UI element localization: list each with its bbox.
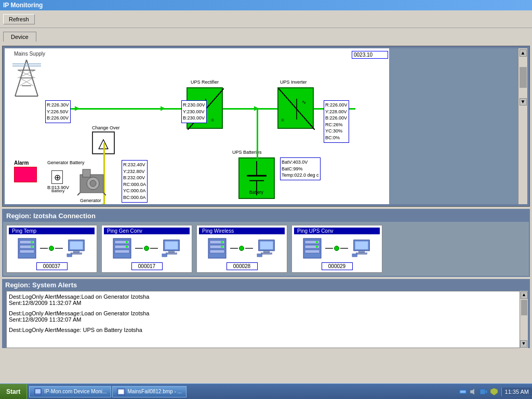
svg-rect-72	[355, 242, 368, 249]
taskbar-btn-2[interactable]: MainsFail0812.bmp - ...	[112, 386, 187, 397]
svg-point-70	[316, 246, 318, 248]
taskbar-buttons: IP-Mon.com Device Moni... MainsFail0812.…	[27, 386, 455, 397]
diagram-panel: Mains Supply ▶	[2, 46, 530, 207]
main-line-2	[96, 108, 189, 110]
region-izotsha-title: Region: Izotsha Connection	[3, 210, 529, 222]
alert-item-1: Dest:LogOnly AlertMessage:Load on Genera…	[9, 310, 523, 323]
device-id-0: 000037	[36, 262, 68, 270]
svg-rect-81	[460, 391, 466, 393]
diagram-inner: Mains Supply ▶	[5, 48, 527, 204]
bat-line-v	[257, 108, 258, 160]
alert-sent-0: Sent:12/8/2009 11:32:07 AM	[9, 300, 523, 306]
svg-rect-27	[83, 169, 90, 177]
speaker-tray-icon	[469, 388, 477, 396]
svg-rect-50	[165, 242, 178, 249]
device-id-1: 000017	[131, 262, 163, 270]
ping-label-3: Ping UPS Conv	[294, 228, 380, 234]
alarm-label: Alarm	[14, 160, 29, 166]
svg-point-59	[221, 246, 223, 248]
green-dot-1	[144, 246, 149, 251]
scrollbar-right[interactable]: ▲ ▼	[518, 48, 527, 204]
svg-marker-84	[485, 390, 487, 394]
refresh-button[interactable]: Refresh	[3, 14, 35, 24]
main-line-3	[223, 108, 280, 110]
region-izotsha: Region: Izotsha Connection Ping Temp	[2, 209, 530, 277]
svg-rect-57	[210, 250, 224, 253]
voltage-out-label: R:226.00V Y:228.00V B:226.00V RC:26% YC:…	[324, 100, 349, 143]
conn-line-2	[230, 246, 253, 251]
taskbar-btn-1[interactable]: IP-Mon.com Device Moni...	[29, 386, 111, 397]
green-dot-0	[49, 246, 54, 251]
region-izotsha-content: Ping Temp	[3, 222, 529, 276]
gen-battery-label: Generator Battery	[47, 160, 85, 165]
svg-rect-35	[20, 250, 34, 253]
svg-rect-79	[118, 390, 124, 394]
ping-box-1: Ping Gen Conv	[101, 225, 192, 273]
alert-dest-1: Dest:LogOnly AlertMessage:Load on Genera…	[9, 310, 523, 316]
alert-item-2: Dest:LogOnly AlertMessage: UPS on Batter…	[9, 327, 523, 333]
alert-dest-0: Dest:LogOnly AlertMessage:Load on Genera…	[9, 294, 523, 300]
ping-box-3: Ping UPS Conv	[291, 225, 382, 273]
video-tray-icon	[480, 388, 488, 396]
svg-rect-42	[66, 254, 72, 257]
ups-battery-box: Battery	[238, 157, 275, 199]
ping-box-0: Ping Temp	[6, 225, 97, 273]
svg-point-47	[126, 241, 128, 243]
input-value[interactable]: 0023.10	[352, 51, 388, 59]
svg-rect-64	[257, 254, 262, 257]
alerts-content[interactable]: Dest:LogOnly AlertMessage:Load on Genera…	[6, 291, 526, 348]
ping-box-2: Ping Wireless	[196, 225, 287, 273]
device-id-2: 000028	[227, 262, 258, 270]
tower-icon	[12, 60, 41, 101]
title-bar: IP Monitoring	[0, 0, 532, 10]
svg-rect-77	[35, 389, 41, 393]
ping-label-0: Ping Temp	[9, 228, 95, 234]
server-icon-0	[17, 237, 37, 259]
alerts-scrollbar[interactable]: ▲ ▼	[520, 291, 528, 348]
monitor-icon-3	[351, 238, 372, 258]
ping-devices-1	[112, 237, 182, 259]
conn-line-1	[135, 246, 158, 251]
svg-marker-82	[470, 389, 474, 395]
toolbar: Refresh	[0, 10, 532, 28]
alerts-scroll-thumb[interactable]	[521, 300, 527, 315]
ping-devices-2	[207, 237, 277, 259]
arrow-gen: ▼	[100, 202, 107, 204]
taskbar-clock: 11:35 AM	[501, 388, 532, 396]
mains-supply-label: Mains Supply	[14, 51, 45, 57]
alerts-scroll-container: Dest:LogOnly AlertMessage:Load on Genera…	[4, 291, 528, 348]
device-id-3: 000029	[322, 262, 353, 270]
svg-point-29	[90, 180, 96, 187]
server-icon-3	[302, 237, 322, 259]
region-alerts: Region: System Alerts Dest:LogOnly Alert…	[2, 279, 530, 348]
gen-battery-symbol: ⊕	[51, 170, 63, 184]
svg-rect-62	[263, 251, 269, 253]
monitor-icon-0	[66, 238, 87, 258]
monitor-icon-1	[161, 238, 182, 258]
tab-device[interactable]: Device	[3, 32, 36, 42]
alert-dest-2: Dest:LogOnly AlertMessage: UPS on Batter…	[9, 327, 523, 333]
svg-marker-85	[490, 388, 498, 395]
svg-text:Battery: Battery	[249, 190, 264, 195]
taskbar-btn2-label: MainsFail0812.bmp - ...	[127, 389, 182, 394]
svg-point-36	[31, 241, 33, 243]
svg-point-69	[316, 241, 318, 243]
battery-b-label: Battery	[51, 189, 64, 193]
server-icon-1	[112, 237, 132, 259]
svg-point-58	[221, 241, 223, 243]
monitor-icon-2	[256, 238, 277, 258]
svg-rect-39	[70, 242, 83, 249]
svg-rect-51	[168, 251, 174, 253]
svg-text:∿: ∿	[302, 99, 306, 105]
alarm-red-box	[14, 167, 37, 182]
scroll-thumb[interactable]	[520, 67, 527, 88]
alerts-header: Region: System Alerts	[2, 279, 530, 291]
tabs-bar: Device	[0, 28, 532, 44]
svg-rect-53	[162, 254, 167, 257]
svg-text:=: =	[211, 117, 214, 123]
start-button[interactable]: Start	[0, 384, 27, 399]
alert-item-0: Dest:LogOnly AlertMessage:Load on Genera…	[9, 294, 523, 306]
green-dot-2	[239, 246, 244, 251]
taskbar: Start IP-Mon.com Device Moni... MainsFai…	[0, 383, 532, 399]
battery-readings-label: BatV:403.0V BatC:99% Temp:022.0 deg c	[280, 157, 321, 180]
